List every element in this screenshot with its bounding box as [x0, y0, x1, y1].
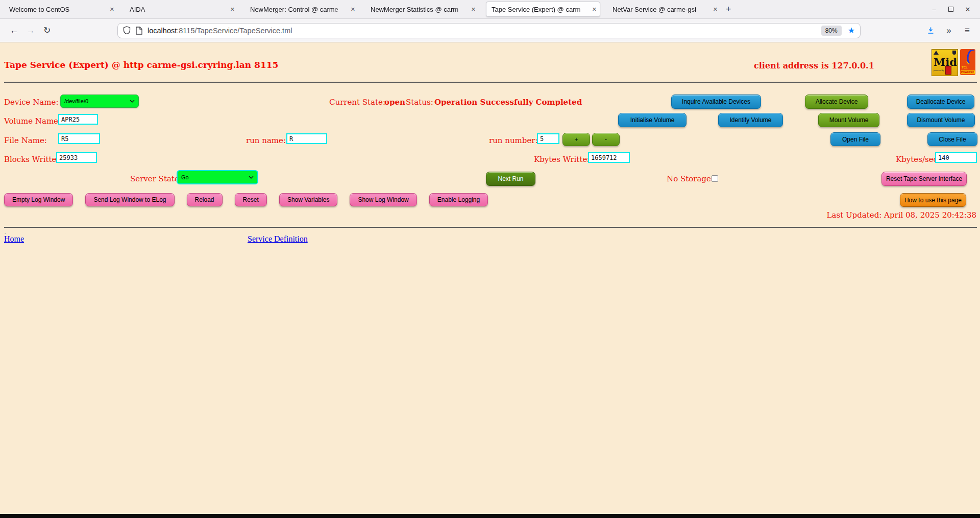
status-value: Operation Successfully Completed	[434, 98, 582, 107]
send-log-to-elog-button[interactable]: Send Log Window to ELog	[85, 193, 174, 206]
kbytes-per-sec-input[interactable]: 140	[935, 152, 977, 163]
last-updated-text: Last Updated: April 08, 2025 20:42:38	[827, 210, 976, 220]
tab-close-icon[interactable]: ✕	[230, 6, 235, 13]
tab-label: NetVar Service @ carme-gsi	[612, 6, 711, 13]
device-name-value: /dev/file/0	[64, 98, 88, 104]
forward-icon[interactable]: →	[22, 26, 39, 36]
tab-close-icon[interactable]: ✕	[351, 6, 355, 13]
tcl-logo-powered-text: POWERED	[961, 70, 975, 74]
tab-label: Welcome to CentOS	[9, 6, 108, 13]
home-link[interactable]: Home	[4, 234, 24, 244]
page-info-icon[interactable]	[136, 27, 142, 35]
tab-aida[interactable]: AIDA ✕	[125, 2, 238, 16]
shield-icon[interactable]	[123, 26, 131, 35]
stray-dot: .	[5, 229, 6, 234]
dismount-volume-button[interactable]: Dismount Volume	[907, 113, 975, 127]
tab-welcome-centos[interactable]: Welcome to CentOS ✕	[4, 2, 117, 16]
open-file-button[interactable]: Open File	[830, 132, 880, 146]
initialise-volume-button[interactable]: Initialise Volume	[618, 113, 687, 127]
current-state-label: Current State:	[329, 98, 385, 107]
toolbar-right-icons: » ≡	[923, 26, 980, 36]
chevron-down-icon	[130, 100, 135, 103]
tab-newmerger-statistics[interactable]: NewMerger Statistics @ carm ✕	[365, 2, 479, 16]
volume-name-label: Volume Name:	[4, 116, 61, 126]
tab-label: AIDA	[130, 6, 228, 13]
show-variables-button[interactable]: Show Variables	[279, 193, 338, 206]
tab-label: NewMerger Statistics @ carm	[371, 6, 469, 13]
tab-newmerger-control[interactable]: NewMerger: Control @ carme ✕	[245, 2, 358, 16]
no-storage-checkbox[interactable]	[712, 175, 718, 182]
tcl-logo-text: TCL	[962, 66, 968, 69]
device-name-label: Device Name:	[4, 98, 58, 107]
close-file-button[interactable]: Close File	[927, 132, 977, 146]
inquire-available-devices-button[interactable]: Inquire Available Devices	[671, 95, 761, 109]
reload-icon[interactable]: ↻	[39, 25, 55, 36]
allocate-device-button[interactable]: Allocate Device	[805, 95, 868, 109]
tab-close-icon[interactable]: ✕	[713, 6, 718, 13]
window-controls: – ✕	[929, 4, 980, 14]
tab-label: NewMerger: Control @ carme	[250, 6, 349, 13]
status-label: Status:	[406, 98, 433, 107]
run-name-input[interactable]: R	[286, 133, 327, 144]
file-name-label: File Name:	[4, 136, 47, 145]
divider-bottom	[4, 227, 977, 228]
menu-hamburger-icon[interactable]: ≡	[960, 26, 975, 36]
url-host: localhost	[148, 27, 177, 35]
url-path: :8115/TapeService/TapeService.tml	[177, 27, 292, 35]
tcl-powered-logo[interactable]: TCL POWERED	[960, 49, 975, 75]
run-name-label: run name:	[246, 136, 286, 145]
maximize-icon[interactable]	[946, 4, 956, 14]
run-number-label: run number:	[489, 136, 538, 145]
new-tab-button[interactable]: +	[721, 4, 736, 15]
empty-log-window-button[interactable]: Empty Log Window	[4, 193, 73, 206]
identify-volume-button[interactable]: Identify Volume	[718, 113, 783, 127]
kbytes-written-input[interactable]: 1659712	[588, 152, 630, 163]
reload-button[interactable]: Reload	[187, 193, 223, 206]
bookmark-star-icon[interactable]: ★	[848, 26, 855, 35]
enable-logging-button[interactable]: Enable Logging	[429, 193, 488, 206]
page-title: Tape Service (Expert) @ http carme-gsi.c…	[4, 60, 278, 70]
reset-tape-server-interface-button[interactable]: Reset Tape Server Interface	[881, 172, 967, 186]
tab-label: Tape Service (Expert) @ carm	[492, 6, 590, 13]
server-state-value: Go	[181, 174, 189, 180]
divider-top	[4, 82, 977, 83]
tab-netvar-service[interactable]: NetVar Service @ carme-gsi ✕	[607, 2, 721, 16]
server-state-select[interactable]: Go	[177, 170, 258, 184]
blocks-written-label: Blocks Written:	[4, 155, 64, 164]
run-number-decrement-button[interactable]: -	[592, 133, 620, 146]
bottom-screen-strip	[0, 514, 980, 518]
reset-button[interactable]: Reset	[235, 193, 267, 206]
url-bar[interactable]: localhost:8115/TapeService/TapeService.t…	[117, 23, 861, 38]
service-definition-link[interactable]: Service Definition	[248, 234, 308, 244]
browser-toolbar: ← → ↻ localhost:8115/TapeService/TapeSer…	[0, 19, 980, 42]
file-name-input[interactable]: R5	[58, 133, 100, 144]
volume-name-input[interactable]: APR25	[58, 114, 98, 125]
midas-logo-triangle	[934, 51, 939, 55]
tab-close-icon[interactable]: ✕	[592, 6, 597, 13]
run-number-increment-button[interactable]: +	[562, 133, 590, 146]
kbytes-written-label: Kbytes Written:	[534, 155, 595, 164]
back-icon[interactable]: ←	[6, 26, 22, 36]
blocks-written-input[interactable]: 25933	[56, 152, 97, 163]
tab-tape-service-active[interactable]: Tape Service (Expert) @ carm ✕	[486, 2, 600, 17]
midas-logo-shield	[952, 51, 956, 55]
mount-volume-button[interactable]: Mount Volume	[818, 113, 879, 127]
minimize-icon[interactable]: –	[929, 4, 939, 14]
close-icon[interactable]: ✕	[963, 4, 973, 14]
midas-logo[interactable]: Midas powered by	[932, 49, 958, 76]
log-button-row: Empty Log Window Send Log Window to ELog…	[4, 193, 488, 205]
server-state-label: Server State	[130, 174, 179, 183]
no-storage-label: No Storage	[667, 174, 711, 183]
tab-close-icon[interactable]: ✕	[471, 6, 476, 13]
how-to-use-this-page-button[interactable]: How to use this page	[900, 193, 966, 207]
next-run-button[interactable]: Next Run	[486, 172, 535, 186]
tab-close-icon[interactable]: ✕	[110, 6, 114, 13]
deallocate-device-button[interactable]: Deallocate Device	[907, 95, 974, 109]
url-text: localhost:8115/TapeService/TapeService.t…	[148, 27, 292, 35]
overflow-chevrons-icon[interactable]: »	[941, 26, 957, 36]
zoom-level-badge[interactable]: 80%	[821, 26, 842, 36]
device-name-select[interactable]: /dev/file/0	[60, 95, 139, 108]
downloads-icon[interactable]	[923, 27, 938, 34]
run-number-input[interactable]: 5	[537, 133, 559, 144]
show-log-window-button[interactable]: Show Log Window	[350, 193, 416, 206]
